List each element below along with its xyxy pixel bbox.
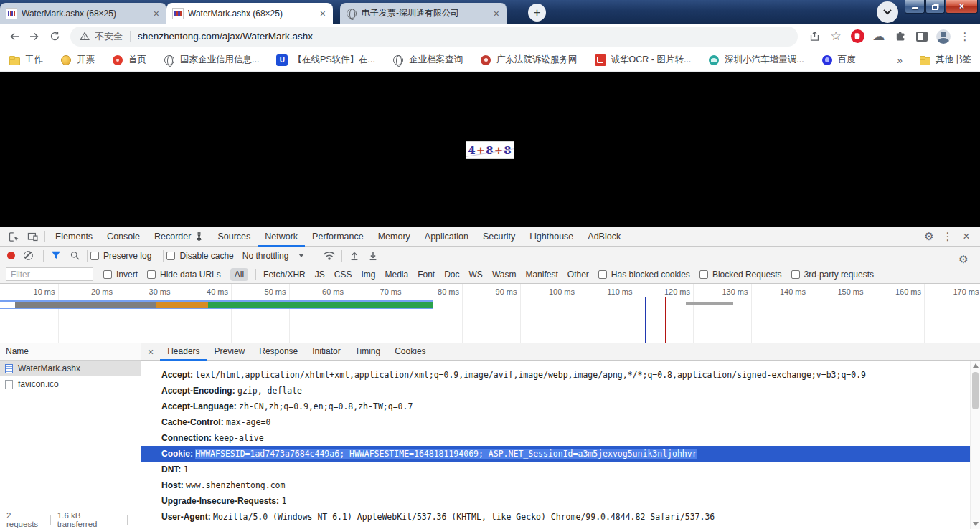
filter-type-wasm[interactable]: Wasm <box>492 270 517 280</box>
bookmark-item[interactable]: 企业档案查询 <box>392 54 463 66</box>
tab-search-button[interactable] <box>877 1 898 23</box>
adblock-extension-button[interactable] <box>847 26 868 47</box>
inspect-element-button[interactable] <box>4 227 23 246</box>
devtools-tab-performance[interactable]: Performance <box>305 227 371 247</box>
details-tab-timing[interactable]: Timing <box>348 343 388 361</box>
reload-button[interactable] <box>44 27 65 47</box>
devtools-tab-console[interactable]: Console <box>100 227 147 247</box>
clear-button[interactable] <box>24 251 33 260</box>
devtools-close-button[interactable]: × <box>957 227 976 246</box>
header-line[interactable]: Host: www.shenzhentong.com <box>141 477 970 493</box>
preserve-log-checkbox[interactable]: Preserve log <box>90 251 151 261</box>
profile-button[interactable] <box>933 26 954 47</box>
disable-cache-checkbox[interactable]: Disable cache <box>166 251 233 261</box>
network-conditions-button[interactable] <box>320 247 339 265</box>
header-line[interactable]: Upgrade-Insecure-Requests: 1 <box>141 493 970 509</box>
header-line[interactable]: Accept-Language: zh-CN,zh;q=0.9,en;q=0.8… <box>141 399 970 414</box>
filter-type-doc[interactable]: Doc <box>444 270 459 280</box>
tab-close-icon[interactable]: × <box>319 9 327 19</box>
import-har-button[interactable] <box>345 247 364 265</box>
header-line[interactable]: Accept-Encoding: gzip, deflate <box>141 383 970 399</box>
details-close-icon[interactable]: × <box>141 346 160 358</box>
network-overview-timeline[interactable]: 10 ms20 ms30 ms40 ms50 ms60 ms70 ms80 ms… <box>0 284 980 343</box>
filter-toggle-button[interactable] <box>47 247 65 265</box>
scrollbar[interactable] <box>970 361 980 529</box>
record-button[interactable] <box>7 252 15 259</box>
devtools-tab-adblock[interactable]: AdBlock <box>580 227 628 247</box>
header-line[interactable]: Connection: keep-alive <box>141 430 970 446</box>
devtools-tab-recorder[interactable]: Recorder <box>147 227 210 247</box>
header-line[interactable]: DNT: 1 <box>141 462 970 477</box>
devtools-tab-application[interactable]: Application <box>418 227 476 247</box>
restore-button[interactable] <box>925 0 945 14</box>
bookmark-item[interactable]: 开票 <box>60 54 95 66</box>
tab-close-icon[interactable]: × <box>152 9 161 19</box>
download-extension-button[interactable]: ☁ <box>868 26 890 47</box>
blocked-requests-checkbox[interactable]: Blocked Requests <box>699 270 782 280</box>
tab-close-icon[interactable]: × <box>492 9 501 19</box>
details-tab-cookies[interactable]: Cookies <box>387 343 433 361</box>
bookmark-item[interactable]: 工作 <box>9 54 43 66</box>
header-line[interactable]: Cookie: HWWAFSESID=1ad7473a7684c449a6; H… <box>141 446 970 462</box>
side-panel-button[interactable] <box>911 26 933 47</box>
new-tab-button[interactable]: + <box>528 4 546 22</box>
scroll-thumb[interactable] <box>972 372 979 409</box>
extensions-button[interactable] <box>890 26 911 47</box>
share-button[interactable] <box>804 26 825 47</box>
details-tab-preview[interactable]: Preview <box>207 343 253 361</box>
filter-type-css[interactable]: CSS <box>334 270 352 280</box>
minimize-button[interactable] <box>905 0 925 14</box>
close-window-button[interactable]: × <box>946 0 978 14</box>
bookmark-item[interactable]: 国家企业信用信息... <box>164 54 259 66</box>
filter-input[interactable] <box>6 267 93 281</box>
filter-type-fetch-xhr[interactable]: Fetch/XHR <box>263 270 306 280</box>
details-tab-initiator[interactable]: Initiator <box>305 343 347 361</box>
scroll-down-icon[interactable] <box>973 522 979 526</box>
scroll-up-icon[interactable] <box>973 363 979 368</box>
devtools-settings-button[interactable]: ⚙ <box>920 227 938 246</box>
header-line[interactable]: Cache-Control: max-age=0 <box>141 414 970 430</box>
filter-type-manifest[interactable]: Manifest <box>525 270 557 280</box>
details-tab-headers[interactable]: Headers <box>160 343 207 361</box>
network-search-button[interactable] <box>65 247 84 265</box>
bookmark-item[interactable]: U【在线PS软件】在... <box>276 54 375 66</box>
export-har-button[interactable] <box>364 247 382 265</box>
network-settings-button[interactable]: ⚙ <box>954 250 973 269</box>
request-row[interactable]: WaterMark.ashx <box>0 361 141 376</box>
selected-request-waterfall-bar[interactable] <box>0 300 433 309</box>
devtools-menu-button[interactable]: ⋮ <box>938 227 957 246</box>
devtools-tab-elements[interactable]: Elements <box>48 227 100 247</box>
bookmark-item[interactable]: 深圳小汽车增量调... <box>708 54 804 66</box>
bookmark-button[interactable]: ☆ <box>825 26 847 47</box>
browser-tab[interactable]: 电子发票-深圳通有限公司× <box>340 3 507 24</box>
throttling-select[interactable]: No throttling <box>242 251 312 261</box>
devtools-tab-network[interactable]: Network <box>258 227 305 247</box>
bookmark-item[interactable]: 广东法院诉讼服务网 <box>480 54 578 66</box>
has-blocked-cookies-checkbox[interactable]: Has blocked cookies <box>598 270 690 280</box>
details-tab-response[interactable]: Response <box>252 343 305 361</box>
header-line[interactable]: User-Agent: Mozilla/5.0 (Windows NT 6.1)… <box>141 509 970 525</box>
filter-type-media[interactable]: Media <box>385 270 408 280</box>
bookmarks-overflow-button[interactable]: » <box>897 54 903 66</box>
filter-type-all[interactable]: All <box>230 268 248 281</box>
other-request-waterfall-bar[interactable] <box>686 302 733 305</box>
back-button[interactable] <box>4 27 24 47</box>
filter-type-other[interactable]: Other <box>567 270 589 280</box>
devtools-tab-security[interactable]: Security <box>476 227 522 247</box>
filter-type-ws[interactable]: WS <box>469 270 483 280</box>
bookmark-item[interactable]: 诚华OCR - 图片转... <box>595 54 692 66</box>
request-row[interactable]: favicon.ico <box>0 376 141 392</box>
address-bar[interactable]: 不安全 shenzhentong.com/ajax/WaterMark.ashx <box>70 27 798 47</box>
browser-tab[interactable]: WaterMark.ashx (68×25)× <box>0 3 166 24</box>
devtools-tab-memory[interactable]: Memory <box>371 227 418 247</box>
filter-type-font[interactable]: Font <box>418 270 435 280</box>
browser-menu-button[interactable]: ⋮ <box>954 26 976 47</box>
bookmark-item[interactable]: 首页 <box>112 54 146 66</box>
header-line[interactable]: Accept: text/html,application/xhtml+xml,… <box>141 367 970 383</box>
other-bookmarks-button[interactable]: 其他书签 <box>919 54 971 66</box>
filter-type-img[interactable]: Img <box>361 270 375 280</box>
invert-checkbox[interactable]: Invert <box>103 270 138 280</box>
device-toolbar-button[interactable] <box>23 227 42 246</box>
devtools-tab-lighthouse[interactable]: Lighthouse <box>522 227 580 247</box>
hide-data-urls-checkbox[interactable]: Hide data URLs <box>147 270 221 280</box>
